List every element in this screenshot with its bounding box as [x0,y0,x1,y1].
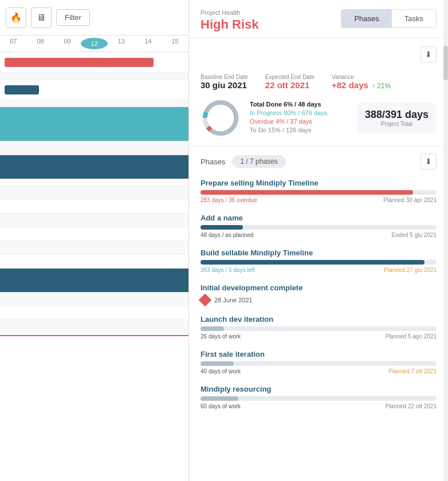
legend-in-progress: In Progress 80% / 676 days [250,109,348,116]
phase-meta-right-6: Planned 7 ott 2021 [388,368,437,374]
phase-meta-right-3: Planned 27 giu 2021 [384,267,437,273]
gantt-row-1 [0,52,188,73]
tab-tasks[interactable]: Tasks [392,10,436,27]
donut-chart [201,98,241,138]
phase-meta-5: 26 days of work Planned 5 ago 2021 [201,333,437,340]
phase-name-1: Prepare selling Mindiply Timeline [201,179,437,187]
phases-header: Phases 1 / 7 phases ⬇ [201,153,437,169]
donut-svg [201,98,241,138]
project-total-box: 388/391 days Project Total [357,103,437,133]
timeline-header: 07 08 09 12 13 14 15 [0,36,188,52]
phase-item-1: Prepare selling Mindiply Timeline 283 da… [201,179,437,203]
tick-13: 13 [108,38,135,49]
phases-badge: 1 / 7 phases [232,155,285,168]
phase-meta-1: 283 days / 36 overdue Planned 30 apr 202… [201,197,437,203]
phase-item-6: First sale iteration 40 days of work Pla… [201,350,437,374]
phase-meta-left-1: 283 days / 36 overdue [201,197,257,203]
project-total-days: 388/391 days [365,109,429,121]
donut-legend: Total Done 6% / 48 days In Progress 80% … [250,101,348,135]
gantt-bar-dark-2 [5,85,39,94]
gantt-row-6 [0,200,188,214]
filter-button[interactable]: Filter [56,9,90,26]
phase-meta-left-6: 40 days of work [201,368,241,374]
phase-name-4: Initial development complete [201,283,437,292]
phase-meta-right-1: Planned 30 apr 2021 [383,197,437,203]
gantt-row-teal [0,107,188,141]
phase-meta-right-2: Ended 5 giu 2021 [392,232,437,238]
phase-item-5: Launch dev iteration 26 days of work Pla… [201,315,437,340]
variance-label: Variance [332,74,391,80]
stats-section: ⬇ Baseline End Date 30 giu 2021 Expected… [189,38,448,147]
right-panel: Project Health High Risk Phases Tasks ⬇ … [189,0,448,481]
baseline-end: Baseline End Date 30 giu 2021 [201,74,248,90]
phase-item-2: Add a name 48 days / as planned Ended 5 … [201,214,437,238]
phase-meta-right-5: Planned 5 ago 2021 [385,333,437,340]
monitor-button[interactable]: 🖥 [31,7,52,28]
baseline-end-val: 30 giu 2021 [201,80,248,90]
project-total-label: Project Total [365,121,429,127]
gantt-row-2 [0,80,188,100]
tick-08: 08 [27,38,54,49]
gantt-row-8 [0,227,188,241]
donut-row: Total Done 6% / 48 days In Progress 80% … [201,98,437,138]
phase-name-2: Add a name [201,214,437,222]
tick-15: 15 [162,38,188,49]
expected-end-label: Expected End Date [265,74,315,80]
tick-07: 07 [0,38,27,49]
variance-pct: ↑ 21% [372,82,391,90]
gantt-row-13 [0,320,188,334]
phase-meta-left-3: 393 days / 5 days left [201,267,255,273]
phase-bar-track-2 [201,225,437,230]
gantt-row-spacer4 [0,179,188,186]
phase-bar-track-1 [201,190,437,195]
export-button-top[interactable]: ⬇ [421,46,437,62]
stats-dates-row: Baseline End Date 30 giu 2021 Expected E… [201,74,437,90]
phase-bar-fill-3 [201,260,425,265]
gantt-row-7 [0,214,188,227]
phases-section: Phases 1 / 7 phases ⬇ Prepare selling Mi… [189,147,448,427]
gantt-panel: 🔥 🖥 Filter 07 08 09 12 13 14 15 [0,0,189,481]
gantt-rows [0,52,188,481]
phase-bar-fill-2 [201,225,243,230]
legend-overdue: Overdue 4% / 37 days [250,118,348,125]
tick-12: 12 [81,38,108,49]
phase-bar-track-3 [201,260,437,265]
phase-bar-track-6 [201,361,437,366]
phase-bar-track-7 [201,396,437,401]
gantt-row-spacer2 [0,100,188,107]
tab-phases[interactable]: Phases [341,10,391,27]
phase-bar-fill-1 [201,190,413,195]
gantt-row-5 [0,186,188,200]
export-button-phases[interactable]: ⬇ [421,153,437,169]
phase-meta-2: 48 days / as planned Ended 5 giu 2021 [201,232,437,238]
gantt-row-12 [0,306,188,320]
milestone-row: 28 June 2021 [201,295,437,305]
project-health-label: Project Health [201,9,258,16]
gantt-row-spacer1 [0,73,188,80]
phase-name-6: First sale iteration [201,350,437,358]
phase-meta-3: 393 days / 5 days left Planned 27 giu 20… [201,267,437,273]
phase-meta-7: 60 days of work Planned 22 ott 2021 [201,403,437,409]
project-health-info: Project Health High Risk [201,9,258,32]
risk-label: High Risk [201,17,258,32]
phase-bar-track-5 [201,326,437,331]
scrollbar[interactable] [443,0,448,481]
baseline-end-label: Baseline End Date [201,74,248,80]
milestone-date: 28 June 2021 [214,297,253,303]
scrollbar-thumb[interactable] [443,46,448,80]
flame-button[interactable]: 🔥 [6,7,26,28]
milestone-diamond [199,294,212,307]
panel-header: Project Health High Risk Phases Tasks [189,0,448,38]
phases-label: Phases [201,157,225,166]
phase-bar-fill-7 [201,396,238,401]
phase-name-3: Build sellable Mindiply Timeline [201,249,437,257]
gantt-row-10 [0,255,188,269]
phase-item-3: Build sellable Mindiply Timeline 393 day… [201,249,437,273]
phase-meta-left-7: 60 days of work [201,403,241,409]
legend-todo: To Do 15% / 126 days [250,127,348,133]
gantt-row-darkblue2 [0,269,188,293]
variance-val: +82 days [332,80,368,90]
legend-total-done: Total Done 6% / 48 days [250,101,348,108]
phase-name-7: Mindiply resourcing [201,385,437,393]
tick-14: 14 [135,38,162,49]
